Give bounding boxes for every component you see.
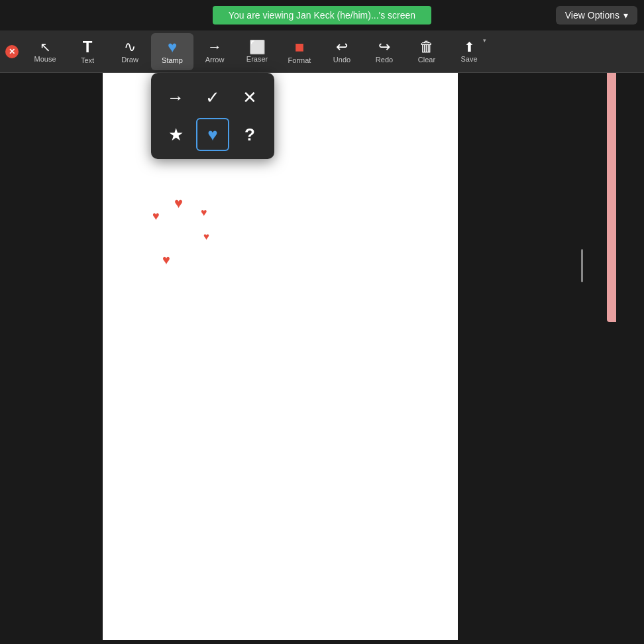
stamp-cross-button[interactable]: ✕: [233, 81, 266, 114]
eraser-tool-label: Eraser: [246, 55, 268, 63]
notification-pill: You are viewing Jan Keck (he/him)...'s s…: [213, 6, 431, 25]
undo-icon: ↩: [336, 40, 348, 54]
stamp-star-icon: ★: [168, 125, 184, 145]
save-icon: ⬆: [464, 40, 475, 54]
text-tool-label: Text: [81, 56, 94, 64]
view-options-button[interactable]: View Options ▾: [556, 6, 637, 25]
undo-label: Undo: [333, 56, 350, 64]
stamp-grid: → ✓ ✕ ★ ♥ ?: [159, 81, 266, 151]
trash-icon: 🗑: [419, 40, 434, 54]
text-tool-button[interactable]: T Text: [66, 33, 109, 70]
redo-label: Redo: [376, 56, 393, 64]
mouse-tool-label: Mouse: [34, 55, 56, 63]
stamp-check-button[interactable]: ✓: [196, 81, 229, 114]
stamp-check-icon: ✓: [205, 87, 220, 108]
notification-bar: You are viewing Jan Keck (he/him)...'s s…: [0, 0, 644, 30]
toolbar: ✕ ↖ Mouse T Text ∿ Draw ♥ Stamp → Arrow …: [0, 30, 644, 73]
eraser-icon: ⬜: [249, 40, 266, 54]
heart-stamp-2: ♥: [174, 195, 183, 212]
arrow-icon: →: [207, 40, 222, 54]
draw-tool-button[interactable]: ∿ Draw: [109, 33, 151, 70]
undo-button[interactable]: ↩ Undo: [321, 33, 363, 70]
save-label: Save: [460, 55, 477, 63]
eraser-tool-button[interactable]: ⬜ Eraser: [236, 33, 278, 70]
stamp-question-icon: ?: [244, 125, 255, 145]
stamp-star-button[interactable]: ★: [159, 118, 192, 151]
redo-icon: ↪: [378, 40, 390, 54]
mouse-icon: ↖: [40, 40, 51, 54]
close-icon: ✕: [9, 47, 15, 56]
format-tool-label: Format: [288, 56, 311, 64]
draw-icon: ∿: [124, 40, 136, 54]
notification-text: You are viewing Jan Keck (he/him)...'s s…: [229, 10, 415, 21]
mouse-tool-button[interactable]: ↖ Mouse: [24, 33, 66, 70]
redo-button[interactable]: ↪ Redo: [363, 33, 405, 70]
format-tool-button[interactable]: ■ Format: [278, 33, 321, 70]
text-icon: T: [83, 39, 93, 55]
stamp-heart-button[interactable]: ♥: [196, 118, 229, 151]
save-button[interactable]: ⬆ Save ▾: [448, 33, 490, 70]
scroll-indicator: [581, 249, 583, 282]
stamp-icon: ♥: [168, 39, 177, 55]
clear-button[interactable]: 🗑 Clear: [405, 33, 448, 70]
heart-stamp-5: ♥: [162, 252, 170, 268]
heart-stamp-1: ♥: [152, 209, 160, 223]
stamp-popup: → ✓ ✕ ★ ♥ ?: [151, 73, 274, 159]
stamp-tool-label: Stamp: [162, 56, 183, 64]
draw-tool-label: Draw: [121, 56, 138, 64]
stamp-arrow-button[interactable]: →: [159, 81, 192, 114]
close-button[interactable]: ✕: [5, 45, 19, 58]
stamp-cross-icon: ✕: [242, 87, 257, 108]
stamp-tool-button[interactable]: ♥ Stamp: [151, 33, 193, 70]
format-icon: ■: [295, 39, 305, 55]
stamp-question-button[interactable]: ?: [233, 118, 266, 151]
stamp-heart-icon: ♥: [207, 125, 217, 145]
chevron-down-icon: ▾: [623, 10, 628, 21]
pink-sidebar-strip: [607, 70, 616, 322]
view-options-label: View Options: [565, 10, 619, 21]
stamp-arrow-icon: →: [167, 87, 184, 108]
heart-stamp-3: ♥: [201, 207, 207, 219]
arrow-tool-button[interactable]: → Arrow: [193, 33, 236, 70]
clear-label: Clear: [418, 56, 435, 64]
arrow-tool-label: Arrow: [205, 56, 225, 64]
heart-stamp-4: ♥: [203, 231, 209, 242]
